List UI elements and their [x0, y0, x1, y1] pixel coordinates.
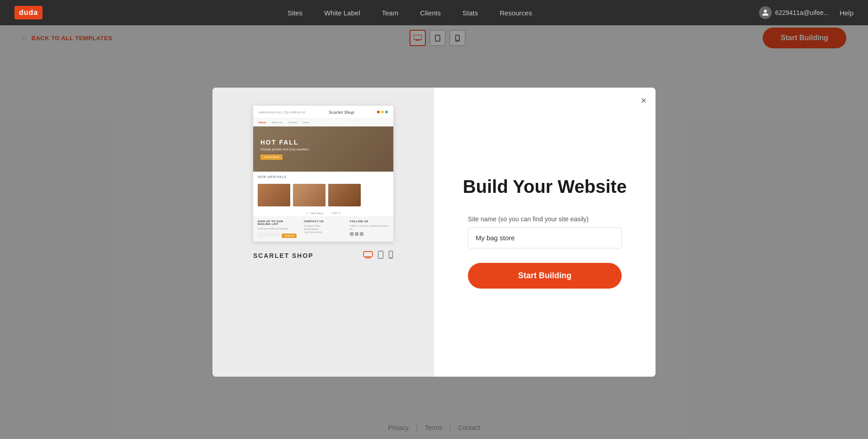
mini-footer-title-2: CONTACT US: [304, 220, 343, 223]
nav-white-label[interactable]: White Label: [324, 9, 360, 17]
svg-rect-6: [363, 252, 373, 257]
mini-nav-dots: [377, 111, 388, 113]
mini-pagination: 1 · Call Foamy VISIT 3: [253, 210, 393, 216]
mini-signup-btn: SIGN UP: [282, 234, 297, 238]
mini-nav-bar: Home About Us Contact Store: [253, 119, 393, 126]
site-name-label: Site name (so you can find your site eas…: [468, 215, 622, 223]
template-name-row: SCARLET SHOP: [253, 251, 393, 261]
mobile-icon[interactable]: [388, 251, 393, 261]
mini-logo: Scarlet Shop: [329, 109, 354, 115]
template-preview: www.siteurl.com, City, Address st. Scarl…: [253, 106, 393, 242]
desktop-icon[interactable]: [363, 251, 373, 260]
user-email: 6229411a@uifee...: [775, 9, 829, 16]
modal-start-building-button[interactable]: Start Building: [468, 263, 622, 289]
nav-team[interactable]: Team: [382, 9, 398, 17]
mini-hero-button: SHOP NOW: [260, 154, 283, 160]
mini-template-header: www.siteurl.com, City, Address st. Scarl…: [253, 106, 393, 119]
mini-nav-dot-red: [377, 111, 380, 113]
duda-logo[interactable]: duda: [14, 6, 42, 19]
mini-footer-col-2: CONTACT US Company NameStreet AddressCit…: [304, 220, 343, 238]
mini-footer-col-1: SIGN UP TO OUR MAILING LIST Insert your …: [258, 220, 297, 238]
mini-product-3: [328, 184, 361, 206]
mini-hero: HOT FALL Sharply jackets and cozy sweate…: [253, 126, 393, 172]
mini-nav-dot-green: [385, 111, 388, 113]
mini-footer-text-1: Insert your mailing list address: [258, 227, 297, 230]
mini-template: www.siteurl.com, City, Address st. Scarl…: [253, 106, 393, 242]
site-name-input-group: Site name (so you can find your site eas…: [468, 215, 622, 248]
help-link[interactable]: Help: [840, 9, 854, 17]
modal-close-button[interactable]: ×: [641, 95, 646, 107]
svg-rect-9: [378, 251, 383, 258]
mini-products: [253, 182, 393, 210]
nav-resources[interactable]: Resources: [500, 9, 532, 17]
mini-footer-text-2: Company NameStreet AddressCity, State an…: [304, 224, 343, 234]
mini-hero-subtitle: Sharply jackets and cozy sweaters: [260, 148, 309, 151]
mini-product-1: [258, 184, 290, 206]
nav-stats[interactable]: Stats: [462, 9, 478, 17]
modal-title: Build Your Website: [463, 176, 627, 197]
mini-hero-title: HOT FALL: [260, 139, 298, 146]
nav-user[interactable]: 6229411a@uifee...: [759, 6, 829, 19]
tablet-icon[interactable]: [377, 251, 384, 261]
nav-right: 6229411a@uifee... Help: [759, 6, 854, 19]
user-avatar-icon: [759, 6, 772, 19]
nav-items: Sites White Label Team Clients Stats Res…: [61, 9, 759, 17]
svg-point-11: [391, 257, 391, 258]
mini-footer: SIGN UP TO OUR MAILING LIST Insert your …: [253, 216, 393, 242]
mini-product-2: [293, 184, 326, 206]
mini-nav-dot-yellow: [381, 111, 384, 113]
modal-right-panel: Build Your Website Site name (so you can…: [434, 88, 656, 377]
build-website-modal: × www.siteurl.com, City, Address st. Sca…: [212, 88, 656, 377]
modal-overlay: × www.siteurl.com, City, Address st. Sca…: [0, 25, 868, 439]
device-icons: [363, 251, 393, 261]
site-name-input[interactable]: [468, 227, 622, 248]
nav-clients[interactable]: Clients: [420, 9, 441, 17]
mini-footer-col-3: FOLLOW US Follow us for news, updates an…: [350, 220, 389, 238]
template-name: SCARLET SHOP: [253, 252, 314, 259]
mini-footer-text-3: Follow us for news, updates and more fun: [350, 224, 389, 231]
modal-left-panel: www.siteurl.com, City, Address st. Scarl…: [212, 88, 434, 377]
mini-new-arrivals-label: NEW ARRIVALS: [253, 172, 393, 182]
mini-footer-title-3: FOLLOW US: [350, 220, 389, 223]
mini-footer-title-1: SIGN UP TO OUR MAILING LIST: [258, 220, 297, 225]
nav-sites[interactable]: Sites: [288, 9, 302, 17]
top-navigation: duda Sites White Label Team Clients Stat…: [0, 0, 868, 25]
